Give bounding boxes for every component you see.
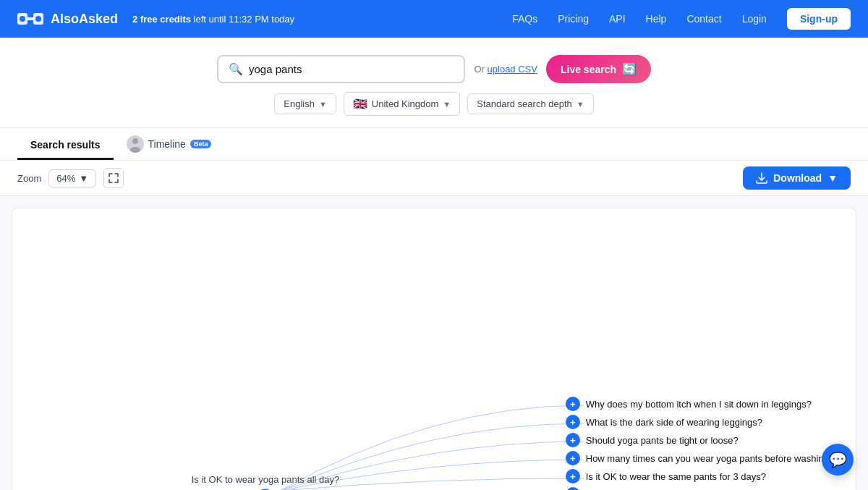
filter-row: English ▼ 🇬🇧 United Kingdom ▼ Standard s… (274, 92, 593, 116)
question-text: Why does my bottom itch when I sit down … (586, 399, 812, 410)
timeline-label: Timeline (148, 138, 186, 150)
svg-point-3 (35, 16, 41, 22)
uk-flag-icon: 🇬🇧 (353, 97, 367, 111)
timeline-avatar (127, 135, 144, 153)
chat-bubble[interactable]: 💬 (822, 444, 854, 476)
logo-text: AlsoAsked (51, 12, 118, 27)
logo-icon (17, 10, 43, 28)
question-text: How many times can you wear yoga pants b… (586, 453, 834, 464)
question-text: Should yoga pants be tight or loose? (586, 435, 739, 446)
zoom-label: Zoom (17, 173, 41, 184)
fullscreen-icon (109, 173, 119, 183)
question-text: What is the dark side of wearing legging… (586, 417, 762, 428)
tabs-area: Search results Timeline Beta (0, 128, 868, 161)
download-button[interactable]: Download ▼ (743, 166, 851, 190)
nav-help[interactable]: Help (646, 13, 667, 25)
question-plus-icon[interactable]: + (566, 397, 580, 411)
zoom-select[interactable]: 64% ▼ (48, 169, 96, 187)
question-plus-icon[interactable]: + (566, 451, 580, 465)
tab-search-results[interactable]: Search results (17, 132, 114, 160)
center-node-label: Is it OK to wear yoga pants all day? (192, 474, 340, 485)
nav-api[interactable]: API (609, 13, 626, 25)
question-item[interactable]: +What is the dark side of wearing leggin… (566, 415, 834, 429)
center-node[interactable]: Is it OK to wear yoga pants all day? + (192, 474, 340, 491)
depth-arrow-icon: ▼ (576, 100, 584, 109)
country-arrow-icon: ▼ (443, 100, 451, 109)
svg-point-6 (130, 147, 140, 153)
search-depth-label: Standard search depth (477, 98, 572, 109)
refresh-icon: 🔄 (622, 62, 637, 76)
nav-pricing[interactable]: Pricing (558, 13, 589, 25)
download-arrow-icon: ▼ (827, 172, 838, 184)
question-plus-icon[interactable]: + (566, 433, 580, 447)
question-item[interactable]: +Why are yoga pants so flattering? (566, 487, 834, 490)
toolbar: Zoom 64% ▼ Download ▼ (0, 161, 868, 196)
avatar-icon (127, 135, 144, 153)
nav-contact[interactable]: Contact (686, 13, 721, 25)
zoom-value: 64% (56, 173, 75, 184)
country-select[interactable]: 🇬🇧 United Kingdom ▼ (344, 92, 460, 116)
question-item[interactable]: +Should yoga pants be tight or loose? (566, 433, 834, 447)
svg-point-5 (132, 138, 138, 144)
search-input[interactable] (249, 63, 454, 75)
zoom-area: Zoom 64% ▼ (17, 168, 124, 188)
download-icon (756, 172, 767, 184)
search-icon: 🔍 (229, 62, 243, 76)
beta-badge: Beta (190, 140, 212, 148)
language-select[interactable]: English ▼ (274, 93, 336, 114)
signup-button[interactable]: Sign-up (787, 8, 851, 30)
question-plus-icon[interactable]: + (566, 469, 580, 483)
zoom-arrow-icon: ▼ (79, 173, 88, 184)
language-label: English (284, 98, 315, 109)
question-item[interactable]: +Why does my bottom itch when I sit down… (566, 397, 834, 411)
credits-badge: 2 free credits left until 11:32 PM today (132, 14, 294, 25)
question-text: Is it OK to wear the same pants for 3 da… (586, 471, 766, 482)
questions-list-top: +Why does my bottom itch when I sit down… (566, 397, 834, 490)
logo[interactable]: AlsoAsked (17, 10, 118, 28)
nav-faqs[interactable]: FAQs (512, 13, 537, 25)
fullscreen-button[interactable] (103, 168, 124, 188)
search-area: 🔍 Or upload CSV Live search 🔄 English ▼ … (0, 38, 868, 128)
question-plus-icon[interactable]: + (566, 415, 580, 429)
live-search-label: Live search (561, 64, 616, 75)
question-item[interactable]: +How many times can you wear yoga pants … (566, 451, 834, 465)
chat-icon: 💬 (829, 451, 847, 468)
download-label: Download (773, 172, 822, 184)
search-box: 🔍 (217, 55, 465, 83)
language-arrow-icon: ▼ (319, 100, 327, 109)
country-label: United Kingdom (372, 98, 439, 109)
search-depth-select[interactable]: Standard search depth ▼ (467, 93, 593, 114)
live-search-button[interactable]: Live search 🔄 (546, 55, 651, 83)
tab-timeline[interactable]: Timeline Beta (114, 128, 225, 160)
login-button[interactable]: Login (742, 13, 767, 25)
svg-rect-4 (27, 17, 34, 20)
main-nav: FAQs Pricing API Help Contact Login Sign… (512, 8, 851, 30)
upload-csv-link[interactable]: upload CSV (488, 64, 537, 75)
question-item[interactable]: +Is it OK to wear the same pants for 3 d… (566, 469, 834, 483)
svg-point-2 (20, 16, 25, 22)
canvas-area: yoga pants Is it OK to wear yoga pants a… (12, 208, 856, 490)
upload-csv-text: Or upload CSV (474, 64, 537, 75)
header: AlsoAsked 2 free credits left until 11:3… (0, 0, 868, 38)
question-plus-icon[interactable]: + (566, 487, 580, 490)
search-row: 🔍 Or upload CSV Live search 🔄 (217, 55, 651, 83)
